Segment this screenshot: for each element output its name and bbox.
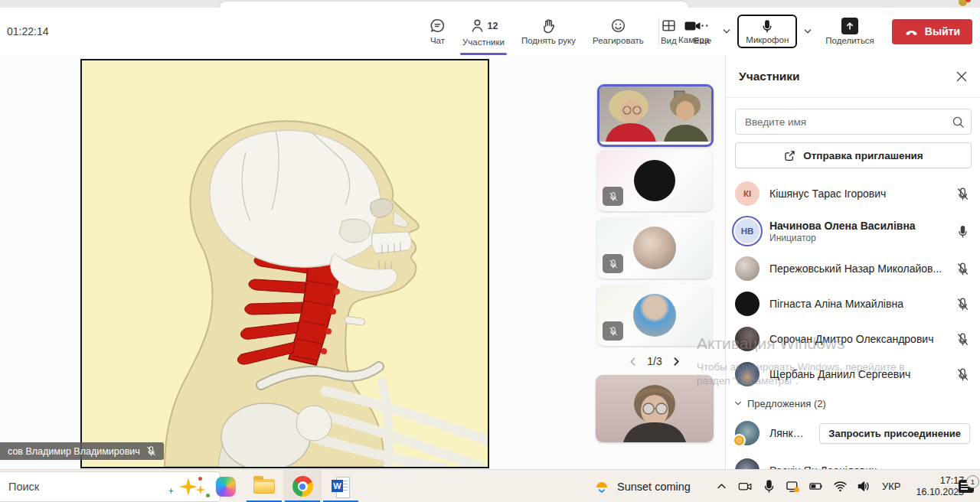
presenter-name-badge: сов Владимир Владимирович xyxy=(0,442,164,460)
participant-row[interactable]: Сорочан Дмитро Олександрович xyxy=(726,321,980,357)
raise-hand-button[interactable]: Поднять руку xyxy=(513,8,584,55)
suggestion-row[interactable]: Раскін Ян Леонідович xyxy=(726,453,980,469)
taskbar-search-placeholder: Поиск xyxy=(8,481,168,493)
send-invite-icon xyxy=(783,149,796,162)
taskbar-file-explorer-icon[interactable] xyxy=(245,470,283,502)
microphone-options-chevron-icon[interactable] xyxy=(803,27,812,36)
video-tile-avatar-photo-1[interactable] xyxy=(597,217,712,279)
avatar-photo xyxy=(633,227,676,269)
taskbar-word-icon[interactable]: W xyxy=(322,470,360,502)
camera-options-chevron-icon[interactable] xyxy=(722,27,731,36)
chat-button[interactable]: Чат xyxy=(421,8,454,55)
presenter-name: сов Владимир Владимирович xyxy=(8,446,140,457)
leave-label: Выйти xyxy=(925,25,960,37)
weather-label: Sunset coming xyxy=(617,481,691,493)
chat-label: Чат xyxy=(430,36,445,45)
raise-hand-label: Поднять руку xyxy=(521,36,576,45)
tray-speaker-icon[interactable] xyxy=(857,479,871,494)
hidden-icons-chevron-icon[interactable] xyxy=(714,479,729,494)
top-strip xyxy=(0,0,980,8)
tray-battery-icon[interactable] xyxy=(809,479,824,494)
presenter-mic-off-icon xyxy=(145,445,157,457)
notification-center-button[interactable]: 1 xyxy=(959,470,974,502)
send-invite-button[interactable]: Отправка приглашения xyxy=(735,142,972,168)
thumbnail-pagination: 1/3 xyxy=(597,352,712,370)
react-icon xyxy=(610,18,626,34)
video-tile-active-speaker[interactable] xyxy=(597,84,714,147)
system-tray: УКР 17:17 16.10.2025 xyxy=(714,470,964,502)
participants-tab[interactable]: 12 Участники xyxy=(454,8,513,55)
pagination-next-icon[interactable] xyxy=(671,357,681,367)
microphone-icon xyxy=(760,18,775,34)
camera-button[interactable]: Камера xyxy=(671,16,716,47)
taskbar-search-box[interactable]: Поиск xyxy=(0,471,220,502)
participant-name: Пережовський Назар Миколайов... xyxy=(769,262,946,275)
chevron-down-icon xyxy=(734,399,742,407)
participants-panel: Участники Отправка приглашения КІ Кішяну… xyxy=(725,55,980,469)
tile-mute-badge xyxy=(603,187,623,206)
participant-row[interactable]: Пігнаста Аліна Михайлівна xyxy=(726,286,980,321)
taskbar-app-icons: W xyxy=(207,470,360,502)
suggestion-row[interactable]: Лянко Дми... Запросить присоединение xyxy=(726,413,980,453)
video-tile-avatar-dark[interactable] xyxy=(597,150,712,211)
tray-camera-icon[interactable] xyxy=(738,479,753,494)
language-indicator[interactable]: УКР xyxy=(882,481,901,492)
share-screen-icon xyxy=(841,18,858,34)
desktop-screen: 01:22:14 Чат 12 Участники Поднять руку xyxy=(0,0,980,502)
close-panel-icon[interactable] xyxy=(956,70,968,83)
participant-row[interactable]: Пережовський Назар Миколайов... xyxy=(726,251,980,286)
participants-count: 12 xyxy=(488,21,498,31)
participant-search-box[interactable] xyxy=(735,109,972,135)
mic-off-icon xyxy=(956,262,970,276)
participant-name: Начинова Олена Василівна xyxy=(769,220,946,232)
cropped-emoji-icon xyxy=(959,0,969,6)
panel-header: Участники xyxy=(726,55,980,98)
notification-count-badge: 1 xyxy=(966,475,979,488)
pagination-prev-icon[interactable] xyxy=(628,357,638,367)
pending-clock-badge xyxy=(733,434,746,447)
mic-off-icon xyxy=(956,367,970,382)
windows-taskbar: Поиск W Sunset coming xyxy=(0,469,980,502)
taskbar-chrome-icon[interactable] xyxy=(283,470,322,502)
mic-off-icon xyxy=(956,297,970,311)
participant-name: Пігнаста Аліна Михайлівна xyxy=(769,298,946,310)
suggestions-section-header[interactable]: Предложения (2) xyxy=(726,393,980,413)
participant-role: Инициатор xyxy=(769,233,946,243)
react-button[interactable]: Реагировать xyxy=(584,8,652,55)
microphone-button[interactable]: Микрофон xyxy=(737,15,797,48)
share-button[interactable]: Поделиться xyxy=(818,15,881,47)
video-tile-self-view[interactable] xyxy=(596,375,714,442)
hangup-icon xyxy=(904,24,919,39)
leave-button[interactable]: Выйти xyxy=(892,19,972,44)
shared-screen-content xyxy=(80,59,489,468)
taskbar-clock[interactable]: 17:17 16.10.2025 xyxy=(916,475,965,498)
camera-icon xyxy=(684,18,703,34)
video-tile-avatar-photo-2[interactable] xyxy=(597,285,712,346)
clock-date: 16.10.2025 xyxy=(916,487,965,498)
request-join-button[interactable]: Запросить присоединение xyxy=(819,423,970,444)
suggestions-header-label: Предложения (2) xyxy=(747,398,826,409)
participant-search-input[interactable] xyxy=(743,116,952,129)
active-speaker-video xyxy=(599,86,711,142)
participants-icon xyxy=(469,18,485,34)
avatar-initials: КІ xyxy=(735,181,760,206)
sunset-icon xyxy=(593,479,610,494)
search-highlights-sparkle-icon xyxy=(168,475,212,498)
tray-microphone-icon[interactable] xyxy=(762,479,776,494)
participant-list: КІ Кішянус Тарас Ігорович НВ Начинова Ол… xyxy=(726,176,980,469)
meeting-timer: 01:22:14 xyxy=(7,8,49,55)
taskbar-copilot-icon[interactable] xyxy=(207,470,245,502)
participant-row[interactable]: Щербань Даниил Сергеевич xyxy=(726,357,980,392)
tray-screen-cast-icon[interactable] xyxy=(786,479,800,494)
participant-row-organizer[interactable]: НВ Начинова Олена Василівна Инициатор xyxy=(726,211,980,251)
avatar-photo xyxy=(633,294,676,337)
clock-time: 17:17 xyxy=(916,475,965,487)
pagination-label: 1/3 xyxy=(647,355,662,367)
mic-off-icon xyxy=(956,332,970,347)
tray-wifi-icon[interactable] xyxy=(833,479,848,494)
react-label: Реагировать xyxy=(593,36,644,45)
participant-row[interactable]: КІ Кішянус Тарас Ігорович xyxy=(726,176,980,211)
send-invite-label: Отправка приглашения xyxy=(803,150,923,161)
panel-title: Участники xyxy=(739,70,800,83)
taskbar-weather-widget[interactable]: Sunset coming xyxy=(593,470,691,502)
